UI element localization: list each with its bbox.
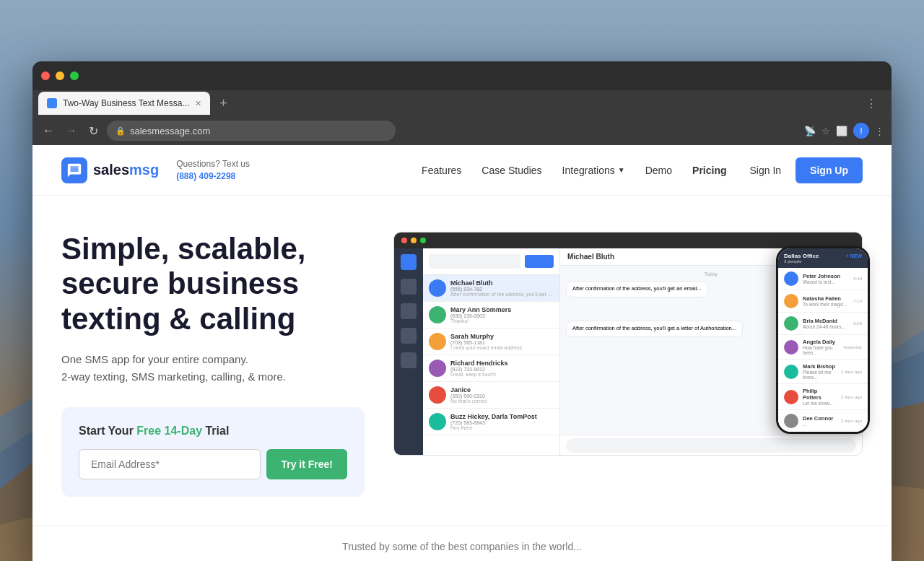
- chevron-down-icon: ▼: [618, 166, 625, 174]
- phone-contact[interactable]: Mark Bishop Please let me know... 2 days…: [778, 360, 868, 384]
- phone-number[interactable]: (888) 409-2298: [176, 170, 250, 183]
- avatar: [429, 360, 446, 377]
- app-sidebar: [394, 248, 423, 455]
- logo-text: salesmsg: [93, 162, 159, 178]
- contact-item[interactable]: Michael Bluth (555) 834-782 After confir…: [423, 275, 559, 302]
- site-navigation: salesmsg Questions? Text us (888) 409-22…: [32, 145, 892, 196]
- trusted-section: Trusted by some of the best companies in…: [32, 526, 892, 561]
- tab-close-button[interactable]: ✕: [195, 99, 201, 108]
- nav-case-studies[interactable]: Case Studies: [473, 159, 550, 182]
- phone-mockup: Dallas Office + NEW 3 people Peter Johns…: [776, 246, 870, 434]
- phone-screen: Dallas Office + NEW 3 people Peter Johns…: [778, 248, 868, 432]
- signup-button[interactable]: Sign Up: [796, 157, 863, 183]
- new-tab-button[interactable]: +: [213, 93, 233, 113]
- new-message-btn: [525, 255, 554, 268]
- app-sidebar-icon: [401, 279, 417, 295]
- chat-input-bar: [560, 435, 862, 455]
- contact-list: Michael Bluth (555) 834-782 After confir…: [423, 248, 560, 455]
- address-bar: ← → ↻ 🔒 salesmessage.com 📡 ☆ ⬜ I ⋮: [32, 116, 892, 145]
- forward-button[interactable]: →: [63, 121, 80, 140]
- avatar: [784, 294, 798, 308]
- hero-title: Simple, scalable, secure business textin…: [61, 232, 365, 336]
- tab-bar: Two-Way Business Text Messa... ✕ + ⋮: [32, 90, 892, 116]
- tab-favicon: [47, 98, 57, 108]
- profile-icon[interactable]: I: [853, 123, 869, 139]
- app-sidebar-icon: [401, 352, 417, 368]
- hero-left: Simple, scalable, secure business textin…: [61, 232, 365, 497]
- phone-contact[interactable]: Bria McDanid About 24-48 hours... 8:09: [778, 313, 868, 335]
- contact-list-header: [423, 248, 559, 275]
- maximize-button[interactable]: [70, 71, 79, 80]
- nav-features[interactable]: Features: [413, 159, 470, 182]
- hero-section: Simple, scalable, secure business textin…: [32, 196, 892, 526]
- contact-item[interactable]: Janice (350) 500-0310 No that's correct: [423, 382, 559, 409]
- nav-links: Features Case Studies Integrations ▼ Dem…: [413, 157, 863, 183]
- avatar: [784, 271, 798, 286]
- cast-icon: 📡: [804, 126, 816, 136]
- app-sidebar-icon: [401, 328, 417, 344]
- nav-integrations[interactable]: Integrations ▼: [554, 159, 634, 182]
- tab-title: Two-Way Business Text Messa...: [63, 98, 189, 108]
- nav-pricing[interactable]: Pricing: [684, 159, 735, 182]
- tab-more-button[interactable]: ⋮: [857, 97, 886, 110]
- logo[interactable]: salesmsg: [61, 157, 159, 183]
- back-button[interactable]: ←: [40, 121, 57, 140]
- message-bubble: After confirmation of the address, you'l…: [566, 281, 708, 297]
- phone-contact[interactable]: Angela Daily How have you been... Yester…: [778, 335, 868, 360]
- website-content: salesmsg Questions? Text us (888) 409-22…: [32, 145, 892, 561]
- chat-input-field[interactable]: [566, 438, 856, 453]
- phone-contact[interactable]: Philip Potters Let me know... 2 days ago: [778, 384, 868, 410]
- menu-icon[interactable]: ⋮: [875, 126, 884, 136]
- avatar: [429, 386, 446, 404]
- phone-contact[interactable]: Natasha Fallen To work their magic... 7:…: [778, 290, 868, 313]
- phone-app-header: Dallas Office + NEW 3 people: [778, 248, 868, 268]
- browser-window: Two-Way Business Text Messa... ✕ + ⋮ ← →…: [32, 61, 892, 561]
- url-bar[interactable]: 🔒 salesmessage.com: [107, 121, 396, 141]
- browser-titlebar: [32, 61, 892, 90]
- avatar: [429, 279, 446, 297]
- avatar: [784, 340, 798, 355]
- contact-item[interactable]: Sarah Murphy (703) 565-1181 I need your …: [423, 329, 559, 355]
- url-text: salesmessage.com: [130, 126, 210, 136]
- avatar: [784, 414, 798, 428]
- logo-icon: [61, 157, 87, 183]
- minimize-button[interactable]: [56, 71, 64, 80]
- phone-contact[interactable]: Peter Johnson Waved to text... 6:48: [778, 268, 868, 290]
- trial-title: Start Your Free 14-Day Trial: [79, 425, 347, 438]
- nav-demo[interactable]: Demo: [637, 159, 681, 182]
- phone-contacts: Peter Johnson Waved to text... 6:48 Nata…: [778, 268, 868, 432]
- bookmark-icon[interactable]: ☆: [821, 126, 830, 136]
- contact-search: [429, 254, 520, 269]
- contact-info: Questions? Text us (888) 409-2298: [176, 158, 250, 183]
- trial-form: Try it Free!: [79, 449, 347, 479]
- close-button[interactable]: [41, 71, 50, 80]
- contact-item[interactable]: Mary Ann Sommers (830) 226-0003 Thanks!: [423, 302, 559, 329]
- app-sidebar-icon: [401, 303, 417, 319]
- contact-item[interactable]: Buzz Hickey, Darla TomPost (720) 983-884…: [423, 409, 559, 435]
- trusted-text: Trusted by some of the best companies in…: [342, 541, 582, 552]
- message-bubble: After confirmation of the address, you'l…: [566, 321, 743, 337]
- avatar: [429, 306, 446, 323]
- email-input[interactable]: [79, 449, 261, 479]
- avatar: [784, 316, 798, 331]
- contact-item[interactable]: Richard Hendricks (823) 723-9012 Great, …: [423, 355, 559, 382]
- avatar: [784, 365, 798, 379]
- avatar: [429, 413, 446, 430]
- app-preview: Michael Bluth (555) 834-782 After confir…: [393, 232, 863, 463]
- try-free-button[interactable]: Try it Free!: [266, 449, 347, 479]
- hero-subtitle: One SMS app for your entire company. 2-w…: [61, 351, 365, 386]
- avatar: [784, 390, 798, 404]
- lock-icon: 🔒: [116, 126, 126, 136]
- active-tab[interactable]: Two-Way Business Text Messa... ✕: [38, 92, 210, 115]
- avatar: [429, 333, 446, 350]
- browser-toolbar: 📡 ☆ ⬜ I ⋮: [804, 123, 884, 139]
- app-sidebar-icon: [401, 254, 417, 270]
- refresh-button[interactable]: ↻: [86, 121, 101, 141]
- trial-box: Start Your Free 14-Day Trial Try it Free…: [61, 407, 365, 497]
- window-icon[interactable]: ⬜: [836, 126, 847, 136]
- phone-contact[interactable]: Dee Connor ... 3 days ago: [778, 410, 868, 432]
- signin-link[interactable]: Sign In: [738, 159, 793, 182]
